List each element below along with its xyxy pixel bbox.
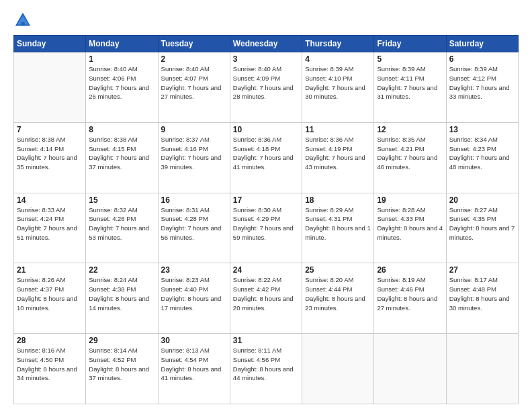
day-number: 22 [89,265,154,275]
day-number: 5 [377,54,443,64]
day-number: 7 [17,125,83,134]
weekday-header-row: SundayMondayTuesdayWednesdayThursdayFrid… [14,36,519,52]
calendar-cell: 12 Sunrise: 8:35 AM Sunset: 4:21 PM Dayl… [374,122,446,193]
day-number: 11 [305,125,371,134]
cell-info: Sunrise: 8:40 AM Sunset: 4:06 PM Dayligh… [89,64,154,101]
cell-info: Sunrise: 8:13 AM Sunset: 4:54 PM Dayligh… [161,346,227,383]
cell-info: Sunrise: 8:26 AM Sunset: 4:37 PM Dayligh… [17,275,83,312]
calendar-cell: 10 Sunrise: 8:36 AM Sunset: 4:18 PM Dayl… [230,122,302,193]
calendar-cell: 1 Sunrise: 8:40 AM Sunset: 4:06 PM Dayli… [86,52,158,123]
day-number: 1 [89,54,154,64]
cell-info: Sunrise: 8:17 AM Sunset: 4:48 PM Dayligh… [449,275,515,312]
daylight-text: Daylight: 8 hours and 27 minutes. [377,295,437,312]
sunrise-text: Sunrise: 8:36 AM [305,136,353,143]
cell-info: Sunrise: 8:33 AM Sunset: 4:24 PM Dayligh… [17,205,83,242]
cell-info: Sunrise: 8:23 AM Sunset: 4:40 PM Dayligh… [161,275,227,312]
sunrise-text: Sunrise: 8:31 AM [161,206,210,214]
daylight-text: Daylight: 7 hours and 26 minutes. [89,84,149,101]
calendar-cell: 26 Sunrise: 8:19 AM Sunset: 4:46 PM Dayl… [374,263,446,334]
calendar-cell: 29 Sunrise: 8:14 AM Sunset: 4:52 PM Dayl… [86,334,158,404]
sunset-text: Sunset: 4:28 PM [161,215,208,222]
sunrise-text: Sunrise: 8:29 AM [305,206,353,214]
cell-info: Sunrise: 8:29 AM Sunset: 4:31 PM Dayligh… [305,205,371,242]
sunrise-text: Sunrise: 8:39 AM [377,65,425,73]
cell-info: Sunrise: 8:37 AM Sunset: 4:16 PM Dayligh… [161,135,227,172]
cell-info: Sunrise: 8:36 AM Sunset: 4:19 PM Dayligh… [305,135,371,172]
daylight-text: Daylight: 7 hours and 41 minutes. [233,154,294,171]
sunrise-text: Sunrise: 8:11 AM [233,347,281,354]
sunrise-text: Sunrise: 8:30 AM [233,206,281,214]
cell-info: Sunrise: 8:40 AM Sunset: 4:07 PM Dayligh… [161,64,227,101]
sunset-text: Sunset: 4:50 PM [17,356,64,363]
calendar-cell: 21 Sunrise: 8:26 AM Sunset: 4:37 PM Dayl… [14,263,86,334]
day-number: 16 [161,195,227,205]
cell-info: Sunrise: 8:30 AM Sunset: 4:29 PM Dayligh… [233,205,299,242]
daylight-text: Daylight: 8 hours and 30 minutes. [449,295,510,312]
sunrise-text: Sunrise: 8:40 AM [161,65,210,73]
cell-info: Sunrise: 8:22 AM Sunset: 4:42 PM Dayligh… [233,275,299,312]
daylight-text: Daylight: 8 hours and 34 minutes. [17,365,77,382]
sunrise-text: Sunrise: 8:38 AM [17,136,65,143]
sunrise-text: Sunrise: 8:35 AM [377,136,425,143]
daylight-text: Daylight: 7 hours and 59 minutes. [233,224,294,241]
cell-info: Sunrise: 8:28 AM Sunset: 4:33 PM Dayligh… [377,205,443,242]
sunset-text: Sunset: 4:40 PM [161,285,208,293]
sunrise-text: Sunrise: 8:32 AM [89,206,137,214]
sunset-text: Sunset: 4:44 PM [305,285,352,293]
calendar-cell: 23 Sunrise: 8:23 AM Sunset: 4:40 PM Dayl… [158,263,230,334]
day-number: 2 [161,54,227,64]
week-row-2: 14 Sunrise: 8:33 AM Sunset: 4:24 PM Dayl… [14,193,519,263]
sunset-text: Sunset: 4:10 PM [305,75,352,82]
calendar-cell: 17 Sunrise: 8:30 AM Sunset: 4:29 PM Dayl… [230,193,302,263]
sunset-text: Sunset: 4:14 PM [17,145,64,152]
daylight-text: Daylight: 7 hours and 56 minutes. [161,224,222,241]
day-number: 9 [161,125,227,134]
sunrise-text: Sunrise: 8:28 AM [377,206,425,214]
daylight-text: Daylight: 8 hours and 7 minutes. [449,224,515,241]
sunset-text: Sunset: 4:42 PM [233,285,280,293]
cell-info: Sunrise: 8:20 AM Sunset: 4:44 PM Dayligh… [305,275,371,312]
daylight-text: Daylight: 8 hours and 37 minutes. [89,365,149,382]
sunset-text: Sunset: 4:18 PM [233,145,280,152]
sunset-text: Sunset: 4:52 PM [89,356,136,363]
weekday-header-wednesday: Wednesday [230,36,302,52]
day-number: 19 [377,195,443,205]
svg-rect-2 [21,22,25,26]
sunset-text: Sunset: 4:48 PM [449,285,496,293]
cell-info: Sunrise: 8:19 AM Sunset: 4:46 PM Dayligh… [377,275,443,312]
day-number: 10 [233,125,299,134]
sunset-text: Sunset: 4:15 PM [89,145,136,152]
week-row-1: 7 Sunrise: 8:38 AM Sunset: 4:14 PM Dayli… [14,122,519,193]
cell-info: Sunrise: 8:40 AM Sunset: 4:09 PM Dayligh… [233,64,299,101]
daylight-text: Daylight: 7 hours and 33 minutes. [449,84,510,101]
weekday-header-saturday: Saturday [446,36,518,52]
day-number: 31 [233,336,299,345]
sunset-text: Sunset: 4:37 PM [17,285,64,293]
daylight-text: Daylight: 7 hours and 30 minutes. [305,84,365,101]
logo-icon [13,11,32,30]
calendar-cell: 19 Sunrise: 8:28 AM Sunset: 4:33 PM Dayl… [374,193,446,263]
cell-info: Sunrise: 8:24 AM Sunset: 4:38 PM Dayligh… [89,275,154,312]
daylight-text: Daylight: 8 hours and 17 minutes. [161,295,222,312]
cell-info: Sunrise: 8:39 AM Sunset: 4:10 PM Dayligh… [305,64,371,101]
sunset-text: Sunset: 4:06 PM [89,75,136,82]
daylight-text: Daylight: 7 hours and 51 minutes. [17,224,77,241]
cell-info: Sunrise: 8:39 AM Sunset: 4:12 PM Dayligh… [449,64,515,101]
daylight-text: Daylight: 8 hours and 4 minutes. [377,224,443,241]
day-number: 15 [89,195,154,205]
sunrise-text: Sunrise: 8:19 AM [377,276,425,283]
cell-info: Sunrise: 8:32 AM Sunset: 4:26 PM Dayligh… [89,205,154,242]
daylight-text: Daylight: 8 hours and 14 minutes. [89,295,149,312]
calendar-cell: 15 Sunrise: 8:32 AM Sunset: 4:26 PM Dayl… [86,193,158,263]
calendar-cell: 7 Sunrise: 8:38 AM Sunset: 4:14 PM Dayli… [14,122,86,193]
calendar-cell: 2 Sunrise: 8:40 AM Sunset: 4:07 PM Dayli… [158,52,230,123]
sunset-text: Sunset: 4:31 PM [305,215,352,222]
day-number: 29 [89,336,154,345]
daylight-text: Daylight: 7 hours and 35 minutes. [17,154,77,171]
day-number: 12 [377,125,443,134]
sunset-text: Sunset: 4:09 PM [233,75,280,82]
calendar-cell [14,52,86,123]
calendar-cell: 31 Sunrise: 8:11 AM Sunset: 4:56 PM Dayl… [230,334,302,404]
calendar-table: SundayMondayTuesdayWednesdayThursdayFrid… [13,35,519,404]
sunset-text: Sunset: 4:24 PM [17,215,64,222]
